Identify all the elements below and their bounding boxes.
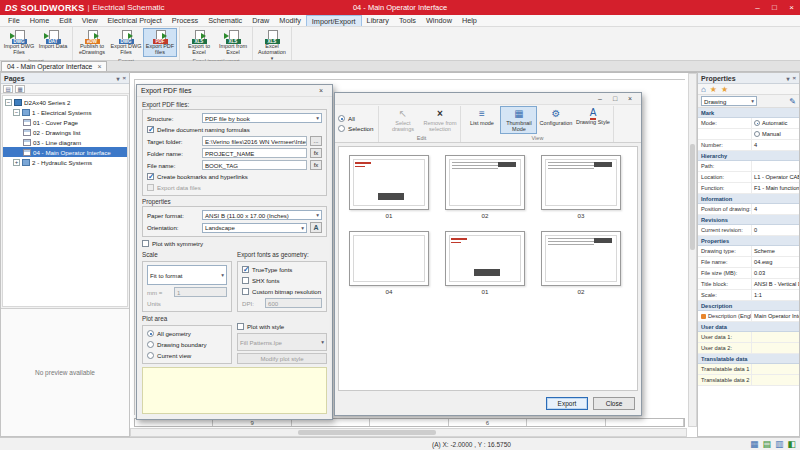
remove-from-selection-button[interactable]: ×Remove from selection: [421, 106, 458, 134]
drawing-style-button[interactable]: ADrawing Style: [574, 106, 611, 134]
select-drawings-button[interactable]: ↖Select drawings: [384, 106, 421, 134]
configuration-button[interactable]: ⚙Configuration: [537, 106, 574, 134]
favorite-star-2-icon[interactable]: ★: [721, 85, 728, 94]
plot-style-checkbox[interactable]: [237, 323, 244, 330]
prop-value[interactable]: 4: [752, 206, 799, 212]
close-tab-icon[interactable]: ×: [97, 63, 101, 70]
orientation-preview-button[interactable]: A: [310, 222, 322, 233]
export-button[interactable]: Export: [546, 397, 588, 410]
tree-item-1-electrical-systems[interactable]: −1 - Electrical Systems: [3, 107, 127, 117]
tree-item-03-line-diagram[interactable]: 03 - Line diagram: [3, 137, 127, 147]
import-dwg-files-button[interactable]: DWGImport DWG Files: [2, 28, 36, 57]
selection-filter-icon[interactable]: ◧: [787, 439, 796, 449]
folder-formula-button[interactable]: fx: [310, 148, 322, 158]
menu-modify[interactable]: Modify: [274, 15, 306, 26]
close-icon[interactable]: ×: [314, 86, 328, 96]
prop-value[interactable]: ANSI B - Vertical Drawing: [752, 281, 799, 287]
expander-icon[interactable]: +: [13, 159, 20, 166]
folder-name-field[interactable]: PROJECT_NAME: [202, 148, 307, 158]
menu-library[interactable]: Library: [362, 15, 394, 26]
tree-item-01-cover-page[interactable]: 01 - Cover Page: [3, 117, 127, 127]
minimize-icon[interactable]: –: [749, 0, 766, 15]
menu-import-export[interactable]: Import/Export: [306, 15, 362, 26]
menu-view[interactable]: View: [77, 15, 103, 26]
menu-help[interactable]: Help: [457, 15, 482, 26]
favorite-star-icon[interactable]: ★: [710, 85, 717, 94]
grid-icon[interactable]: ▦: [750, 439, 759, 449]
home-icon[interactable]: ⌂: [701, 85, 706, 94]
snap-icon[interactable]: ▤: [762, 439, 771, 449]
tree-item-02-drawings-list[interactable]: 02 - Drawings list: [3, 127, 127, 137]
drawing-thumbnail-03[interactable]: 03: [541, 155, 621, 219]
define-naming-checkbox[interactable]: [147, 126, 154, 133]
vertical-scrollbar[interactable]: [688, 73, 697, 427]
all-geometry-radio[interactable]: [147, 330, 154, 337]
close-button[interactable]: Close: [593, 397, 635, 410]
bookmarks-checkbox[interactable]: [147, 173, 154, 180]
close-icon[interactable]: ×: [783, 0, 800, 15]
menu-process[interactable]: Process: [167, 15, 203, 26]
menu-edit[interactable]: Edit: [54, 15, 77, 26]
tree-item-d2ax40-series-2[interactable]: −D2Ax40 Series 2: [3, 97, 127, 107]
shx-checkbox[interactable]: [242, 277, 249, 284]
export-dwg-files-button[interactable]: DWGExport DWG Files: [109, 28, 143, 57]
scale-mm-field[interactable]: 1: [174, 287, 227, 297]
automatic-radio[interactable]: [754, 120, 760, 126]
manual-radio[interactable]: [754, 131, 760, 137]
modify-plot-style-button[interactable]: Modify plot style: [237, 353, 327, 364]
import-data-button[interactable]: DATImport Data: [36, 28, 70, 57]
drawing-thumbnail-04[interactable]: 04: [349, 231, 429, 295]
selector-dialog-titlebar[interactable]: –□×: [335, 93, 641, 105]
selection-radio[interactable]: [338, 125, 345, 132]
maximize-icon[interactable]: □: [766, 0, 783, 15]
prop-value[interactable]: 0.03: [752, 270, 799, 276]
all-radio[interactable]: [338, 115, 345, 122]
maximize-icon[interactable]: □: [608, 94, 622, 104]
menu-file[interactable]: File: [3, 15, 25, 26]
export-dialog-titlebar[interactable]: Export PDF files ×: [137, 85, 332, 97]
prop-value[interactable]: Scheme: [752, 248, 799, 254]
filter-icon[interactable]: ▦: [15, 85, 25, 93]
prop-value[interactable]: Main Operator Interface: [752, 313, 799, 319]
prop-value[interactable]: L1 - Operator CAB: [752, 174, 799, 180]
bitmap-resolution-checkbox[interactable]: [242, 288, 249, 295]
plot-style-file-select[interactable]: Fill Patterns.lpe: [237, 333, 327, 351]
current-view-radio[interactable]: [147, 352, 154, 359]
plot-symmetry-checkbox[interactable]: [142, 240, 149, 247]
scale-select[interactable]: Fit to format: [147, 265, 227, 285]
export-pdf-files-button[interactable]: PDFExport PDF files: [143, 28, 177, 57]
layers-icon[interactable]: ▥: [775, 439, 784, 449]
menu-window[interactable]: Window: [421, 15, 457, 26]
excel-automation-button[interactable]: XLSExcel Automation▾: [255, 28, 289, 62]
orientation-select[interactable]: Landscape: [202, 223, 307, 233]
paper-format-select[interactable]: ANSI B (11.00 x 17.00 (Inches): [202, 210, 322, 220]
close-icon[interactable]: ×: [623, 94, 637, 104]
minimize-icon[interactable]: –: [593, 94, 607, 104]
tree-item-2-hydraulic-systems[interactable]: +2 - Hydraulic Systems: [3, 157, 127, 167]
property-target-select[interactable]: Drawing: [701, 96, 757, 106]
menu-draw[interactable]: Draw: [247, 15, 274, 26]
drawing-boundary-radio[interactable]: [147, 341, 154, 348]
drawing-thumbnail-01[interactable]: 01: [445, 231, 525, 295]
horizontal-scrollbar-thumb[interactable]: [298, 430, 437, 435]
thumbnail-mode-button[interactable]: ▦Thumbnail Mode: [500, 106, 537, 134]
list-mode-button[interactable]: ≡List mode: [463, 106, 500, 134]
browse-button[interactable]: ...: [310, 136, 322, 146]
truetype-checkbox[interactable]: [242, 266, 249, 273]
horizontal-scrollbar[interactable]: [130, 428, 687, 437]
prop-value[interactable]: F1 - Main function: [752, 185, 799, 191]
import-from-excel-button[interactable]: XLSImport from Excel: [216, 28, 250, 57]
expander-icon[interactable]: −: [5, 99, 12, 106]
drawing-thumbnail-01[interactable]: 01: [349, 155, 429, 219]
prop-value[interactable]: 1:1: [752, 292, 799, 298]
document-tab[interactable]: 04 - Main Operator Interface ×: [1, 61, 107, 71]
edit-pencil-icon[interactable]: ✎: [789, 97, 796, 106]
collapse-all-icon[interactable]: ▤: [3, 85, 13, 93]
file-name-field[interactable]: BOOK_TAG: [202, 160, 307, 170]
close-icon[interactable]: ×: [122, 75, 126, 82]
vertical-scrollbar-thumb[interactable]: [690, 144, 695, 250]
options-icon[interactable]: ▾: [786, 75, 789, 82]
drawing-thumbnail-02[interactable]: 02: [541, 231, 621, 295]
close-icon[interactable]: ×: [792, 75, 796, 82]
file-formula-button[interactable]: fx: [310, 160, 322, 170]
